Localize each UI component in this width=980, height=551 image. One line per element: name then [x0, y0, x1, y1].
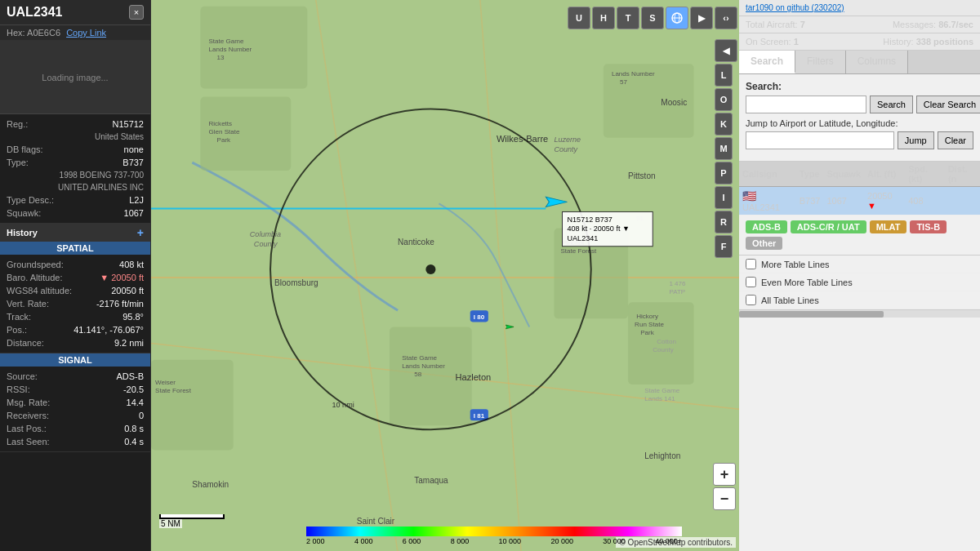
svg-text:Lehighton: Lehighton: [644, 451, 680, 460]
search-input-row: Search Clear Search: [746, 96, 973, 113]
msg-rate-row: Msg. Rate: 14.4: [7, 396, 144, 409]
squawk-row: Squawk: 1067: [7, 207, 144, 220]
map-scale: 5 NM: [159, 514, 225, 528]
clear-search-button[interactable]: Clear Search: [916, 96, 980, 113]
scale-label: 5 NM: [159, 519, 182, 528]
spatial-info: Groundspeed: 408 kt Baro. Altitude: ▼ 20…: [0, 255, 150, 353]
search-button[interactable]: Search: [870, 96, 913, 113]
reg-label: Reg.:: [7, 119, 28, 129]
zoom-in-button[interactable]: +: [713, 463, 736, 486]
i-button[interactable]: I: [715, 186, 733, 209]
checkbox-label-0: More Table Lines: [761, 260, 830, 269]
receivers-row: Receivers: 0: [7, 409, 144, 422]
r-button[interactable]: R: [715, 211, 733, 233]
svg-text:10 nmi: 10 nmi: [332, 401, 354, 409]
signal-header: SIGNAL: [0, 353, 150, 367]
map-area[interactable]: Wilkes-Barre Hazleton Bloomsburg Moosic …: [151, 0, 739, 551]
filter-tag-ads-b[interactable]: ADS-B: [746, 220, 787, 233]
tab-columns[interactable]: Columns: [846, 51, 908, 73]
table-header[interactable]: Type: [796, 162, 824, 187]
hex-value: A0E6C6: [27, 28, 60, 38]
alt-cell: 20050 ▼: [864, 187, 905, 216]
clear-button[interactable]: Clear: [938, 131, 973, 149]
wgs84-row: WGS84 altitude: 20050 ft: [7, 284, 144, 297]
filter-tag-mlat[interactable]: MLAT: [870, 220, 907, 233]
svg-text:58: 58: [414, 371, 421, 378]
checkbox-2[interactable]: [746, 295, 756, 305]
svg-text:Park: Park: [640, 330, 655, 337]
table-header[interactable]: Callsign: [739, 162, 796, 187]
svg-text:Tamaqua: Tamaqua: [414, 476, 448, 485]
p-button[interactable]: P: [715, 162, 733, 184]
o-button[interactable]: O: [715, 88, 733, 111]
zoom-out-button[interactable]: −: [713, 487, 736, 510]
table-row[interactable]: 🇺🇸UAL2341B737106720050 ▼408: [739, 187, 980, 216]
aircraft-header: UAL2341 ×: [0, 0, 150, 25]
f-button[interactable]: F: [715, 235, 733, 258]
code-button[interactable]: ‹›: [715, 7, 737, 29]
svg-text:Lands Number: Lands Number: [208, 46, 252, 53]
jump-button[interactable]: Jump: [898, 131, 934, 149]
history-label: History: [7, 228, 38, 238]
history-stat: History: 338 positions: [883, 37, 973, 47]
vert-rate-row: Vert. Rate: -2176 ft/min: [7, 297, 144, 310]
k-button[interactable]: K: [715, 113, 733, 136]
country-row: United States: [7, 131, 144, 143]
altitude-label: 4 000: [354, 537, 373, 545]
copy-link-button[interactable]: Copy Link: [66, 28, 106, 38]
tab-filters[interactable]: Filters: [795, 51, 846, 73]
checkboxes-area: More Table LinesEven More Table LinesAll…: [739, 256, 980, 309]
altitude-label: 20 000: [550, 537, 573, 545]
checkbox-0[interactable]: [746, 259, 756, 269]
squawk-cell: 1067: [823, 187, 864, 216]
filter-tag-other[interactable]: Other: [746, 237, 782, 250]
h-button[interactable]: H: [592, 7, 615, 29]
svg-text:Lands Number: Lands Number: [402, 362, 445, 370]
spd-cell: 408: [905, 187, 945, 216]
signal-info: Source: ADS-B RSSI: -20.5 Msg. Rate: 14.…: [0, 367, 150, 452]
table-header[interactable]: Squawk: [823, 162, 864, 187]
table-header[interactable]: Dist. (n: [945, 162, 980, 187]
t-button[interactable]: T: [617, 7, 639, 29]
filter-tag-ads-c[interactable]: ADS-C/R / UAT: [791, 220, 866, 233]
arrow-left-button[interactable]: ◀: [715, 39, 737, 62]
tab-search[interactable]: Search: [739, 51, 795, 73]
m-button[interactable]: M: [715, 137, 733, 160]
s-button[interactable]: S: [641, 7, 664, 29]
svg-text:State Game: State Game: [644, 387, 679, 394]
github-link[interactable]: tar1090 on github (230202): [746, 3, 844, 12]
arrow-right-button[interactable]: ▶: [690, 7, 713, 29]
type-value: B737: [122, 158, 144, 167]
checkbox-label-2: All Table Lines: [761, 295, 819, 305]
checkbox-1[interactable]: [746, 277, 756, 287]
altitude-label: 2 000: [306, 537, 325, 545]
l-button[interactable]: L: [715, 64, 733, 87]
basic-info: Reg.: N15712 United States DB flags: non…: [0, 114, 150, 224]
svg-text:Cotton: Cotton: [657, 338, 676, 345]
db-flags-value: none: [124, 144, 144, 154]
checkbox-row-2: All Table Lines: [739, 291, 980, 309]
svg-text:State Forest: State Forest: [560, 247, 597, 255]
hex-row: Hex: A0E6C6 Copy Link: [0, 25, 150, 41]
last-pos-row: Last Pos.: 0.8 s: [7, 422, 144, 435]
type-desc-value: 1998 BOEING 737-700: [7, 171, 144, 180]
svg-text:PATP: PATP: [669, 288, 685, 295]
jump-input[interactable]: [746, 131, 894, 149]
svg-text:Park: Park: [217, 136, 232, 144]
scrollbar-thumb[interactable]: [739, 311, 884, 318]
close-button[interactable]: ×: [129, 5, 144, 20]
type-cell: B737: [796, 187, 824, 216]
checkbox-row-0: More Table Lines: [739, 256, 980, 273]
table-header[interactable]: Spd. (kt): [905, 162, 945, 187]
search-input[interactable]: [746, 96, 866, 113]
filter-tag-tis-b[interactable]: TIS-B: [910, 220, 947, 233]
type-label: Type:: [7, 158, 29, 167]
scrollbar[interactable]: [739, 309, 980, 318]
u-button[interactable]: U: [568, 7, 590, 29]
history-add-button[interactable]: +: [137, 226, 144, 239]
on-screen-stat: On Screen: 1: [746, 37, 799, 47]
globe-button[interactable]: [666, 7, 688, 29]
tab-row: Search Filters Columns: [739, 51, 980, 74]
svg-text:Shamokin: Shamokin: [192, 480, 229, 489]
table-header[interactable]: Alt. (ft): [864, 162, 905, 187]
